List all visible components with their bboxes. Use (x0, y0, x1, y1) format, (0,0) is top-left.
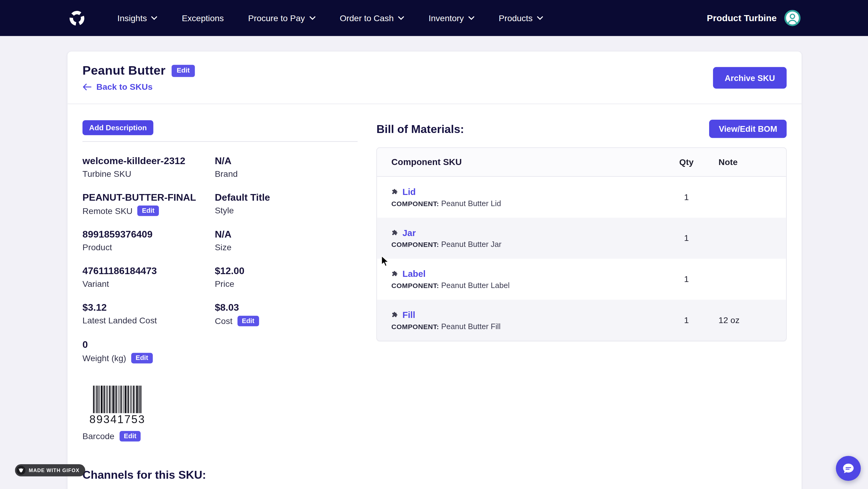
chevron-down-icon (537, 16, 543, 20)
barcode-label: Barcode (83, 431, 115, 441)
component-link-jar[interactable]: Jar (392, 228, 664, 238)
component-link-lid[interactable]: Lid (392, 187, 664, 197)
nav-item-exceptions[interactable]: Exceptions (182, 13, 224, 23)
field-value: $12.00 (215, 265, 358, 277)
component-sub: COMPONENT: Peanut Butter Jar (392, 240, 664, 249)
field-price: $12.00 Price (215, 265, 358, 289)
field-label: Variant (83, 279, 109, 289)
nav-item-label: Products (499, 13, 532, 23)
field-variant: 47611186184473 Variant (83, 265, 215, 289)
puzzle-piece-icon (392, 311, 399, 319)
field-value: PEANUT-BUTTER-FINAL (83, 192, 215, 203)
nav-right: Product Turbine (707, 9, 801, 27)
qty-cell: 1 (664, 192, 709, 202)
barcode-number: 89341753 (88, 413, 147, 426)
nav-item-procure-to-pay[interactable]: Procure to Pay (248, 13, 316, 23)
page-title: Peanut Butter (83, 64, 165, 78)
component-link-label[interactable]: Label (392, 269, 664, 279)
field-value: 47611186184473 (83, 265, 215, 277)
puzzle-piece-icon (392, 229, 399, 237)
nav-item-products[interactable]: Products (499, 13, 543, 23)
chevron-down-icon (398, 16, 404, 20)
sku-details-column: Add Description welcome-killdeer-2312 Tu… (83, 116, 358, 441)
component-sub: COMPONENT: Peanut Butter Label (392, 281, 664, 289)
sku-detail-card: Peanut Butter Edit Back to SKUs Archive … (67, 51, 802, 489)
column-qty: Qty (664, 157, 709, 167)
field-weight: 0 Weight (kg) Edit (83, 339, 215, 364)
details-divider (83, 141, 358, 142)
column-note: Note (709, 157, 786, 167)
barcode-image (93, 386, 142, 413)
nav-item-insights[interactable]: Insights (118, 13, 158, 23)
archive-sku-button[interactable]: Archive SKU (713, 67, 787, 89)
component-link-fill[interactable]: Fill (392, 310, 664, 320)
component-cell: Fill COMPONENT: Peanut Butter Fill (392, 310, 664, 330)
channels-title: Channels for this SKU: (83, 468, 786, 482)
field-remote-sku: PEANUT-BUTTER-FINAL Remote SKU Edit (83, 192, 215, 216)
qty-cell: 1 (664, 233, 709, 243)
bom-table-header: Component SKU Qty Note (377, 148, 786, 176)
field-turbine-sku: welcome-killdeer-2312 Turbine SKU (83, 155, 215, 179)
puzzle-piece-icon (392, 188, 399, 196)
bom-table: Component SKU Qty Note Lid COMPONENT: Pe… (376, 147, 786, 342)
add-description-button[interactable]: Add Description (83, 120, 153, 135)
nav-item-inventory[interactable]: Inventory (429, 13, 474, 23)
nav-menu: Insights Exceptions Procure to Pay Order… (118, 13, 543, 23)
component-cell: Label COMPONENT: Peanut Butter Label (392, 269, 664, 290)
edit-remote-sku-badge[interactable]: Edit (137, 205, 159, 216)
field-value: $3.12 (83, 302, 215, 313)
chat-widget-button[interactable] (836, 456, 861, 481)
nav-item-label: Insights (118, 13, 147, 23)
field-label: Size (215, 243, 231, 253)
component-sub: COMPONENT: Peanut Butter Fill (392, 322, 664, 330)
channels-section: Channels for this SKU: (68, 468, 802, 489)
edit-barcode-badge[interactable]: Edit (119, 431, 141, 441)
component-cell: Lid COMPONENT: Peanut Butter Lid (392, 187, 664, 208)
field-label: Product (83, 243, 112, 253)
gifox-text: MADE WITH GIFOX (29, 467, 80, 473)
sku-card-header: Peanut Butter Edit Back to SKUs Archive … (68, 51, 802, 104)
field-label: Turbine SKU (83, 169, 131, 179)
avatar-person-icon (784, 9, 801, 27)
edit-title-badge[interactable]: Edit (172, 65, 194, 77)
app-logo-icon[interactable] (68, 9, 86, 27)
field-latest-landed-cost: $3.12 Latest Landed Cost (83, 302, 215, 326)
nav-item-label: Order to Cash (340, 13, 394, 23)
user-avatar[interactable] (784, 9, 801, 27)
barcode-block: 89341753 Barcode Edit (83, 386, 358, 441)
nav-item-order-to-cash[interactable]: Order to Cash (340, 13, 404, 23)
sku-title-block: Peanut Butter Edit Back to SKUs (83, 64, 195, 93)
field-label: Style (215, 205, 234, 215)
nav-item-label: Exceptions (182, 13, 224, 23)
field-value: $8.03 (215, 302, 358, 313)
note-cell: 12 oz (709, 315, 786, 325)
field-value: welcome-killdeer-2312 (83, 155, 215, 167)
edit-weight-badge[interactable]: Edit (131, 353, 153, 364)
component-name: Lid (403, 187, 416, 197)
field-label: Weight (kg) (83, 353, 126, 363)
field-style: Default Title Style (215, 192, 358, 216)
edit-cost-badge[interactable]: Edit (238, 316, 259, 326)
bom-row-label: Label COMPONENT: Peanut Butter Label 1 (377, 259, 786, 300)
arrow-left-icon (83, 83, 92, 91)
field-value: N/A (215, 229, 358, 240)
nav-item-label: Procure to Pay (248, 13, 305, 23)
bom-row-jar: Jar COMPONENT: Peanut Butter Jar 1 (377, 218, 786, 259)
field-size: N/A Size (215, 229, 358, 253)
view-edit-bom-button[interactable]: View/Edit BOM (709, 120, 787, 138)
field-label: Cost (215, 316, 232, 326)
nav-item-label: Inventory (429, 13, 464, 23)
app-viewport: Insights Exceptions Procure to Pay Order… (0, 0, 868, 489)
field-label: Brand (215, 169, 238, 179)
bom-column: Bill of Materials: View/Edit BOM Compone… (376, 116, 786, 441)
back-to-skus-link[interactable]: Back to SKUs (83, 82, 153, 92)
gifox-icon (17, 466, 25, 474)
column-component-sku: Component SKU (392, 157, 664, 167)
component-cell: Jar COMPONENT: Peanut Butter Jar (392, 228, 664, 249)
field-value: 0 (83, 339, 215, 351)
field-value: N/A (215, 155, 358, 167)
brand-name: Product Turbine (707, 13, 776, 23)
qty-cell: 1 (664, 274, 709, 284)
gifox-watermark: MADE WITH GIFOX (15, 464, 85, 476)
qty-cell: 1 (664, 315, 709, 325)
